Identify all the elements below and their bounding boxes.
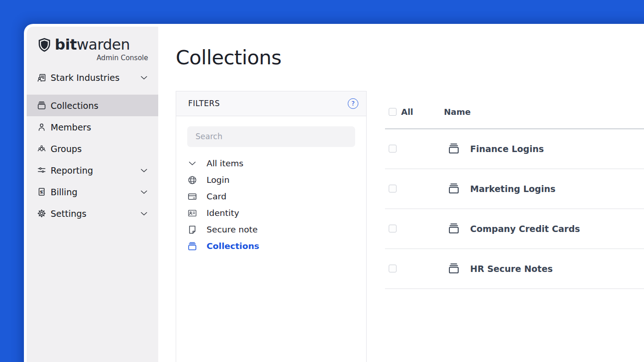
note-icon — [187, 225, 197, 235]
table-row[interactable]: Marketing Logins — [385, 169, 644, 209]
organization-icon — [37, 73, 46, 83]
sidebar-item-groups[interactable]: Groups — [27, 138, 158, 159]
filter-item-label: Secure note — [207, 225, 258, 234]
filters-title: FILTERS — [188, 99, 220, 108]
search-input[interactable] — [187, 126, 355, 147]
sidebar-item-settings[interactable]: Settings — [27, 203, 158, 224]
filter-item-identity[interactable]: Identity — [187, 205, 355, 221]
collection-name-link[interactable]: Marketing Logins — [470, 184, 556, 194]
logo-subtitle: Admin Console — [37, 54, 148, 62]
collection-icon — [448, 222, 460, 235]
filter-item-label: Collections — [207, 241, 259, 251]
filter-list: All items Login — [187, 155, 355, 255]
sidebar-item-collections[interactable]: Collections — [27, 95, 158, 116]
main-content: Collections FILTERS ? All items — [158, 24, 644, 362]
sliders-icon — [37, 165, 46, 175]
collection-icon — [37, 101, 46, 110]
filter-item-label: Identity — [207, 208, 239, 218]
sidebar: bitwarden Admin Console Stark Industries — [27, 27, 158, 362]
chevron-down-icon — [139, 209, 149, 219]
collection-name-link[interactable]: Company Credit Cards — [470, 224, 580, 234]
globe-icon — [187, 175, 197, 185]
row-checkbox[interactable] — [389, 265, 397, 272]
identity-icon — [187, 208, 197, 218]
row-checkbox[interactable] — [389, 145, 397, 153]
sidebar-item-reporting[interactable]: Reporting — [27, 159, 158, 181]
organization-switcher[interactable]: Stark Industries — [27, 68, 158, 87]
select-all-checkbox[interactable] — [389, 108, 397, 116]
filters-header: FILTERS ? — [176, 91, 366, 116]
filter-item-secure-note[interactable]: Secure note — [187, 221, 355, 238]
table-row[interactable]: Finance Logins — [385, 129, 644, 169]
select-all-label: All — [401, 107, 413, 117]
row-checkbox[interactable] — [389, 225, 397, 232]
row-checkbox[interactable] — [389, 185, 397, 192]
sidebar-item-label: Reporting — [51, 165, 93, 175]
sidebar-item-label: Collections — [51, 101, 98, 111]
sidebar-item-label: Settings — [51, 209, 86, 219]
gear-icon — [37, 209, 46, 218]
svg-text:$: $ — [40, 189, 43, 194]
app-window: bitwarden Admin Console Stark Industries — [24, 24, 644, 362]
billing-icon: $ — [37, 187, 46, 197]
sidebar-item-label: Members — [51, 122, 91, 132]
sidebar-item-members[interactable]: Members — [27, 116, 158, 138]
help-icon[interactable]: ? — [348, 98, 358, 109]
filter-item-label: All items — [207, 158, 243, 168]
shield-logo-icon — [37, 37, 52, 52]
chevron-down-icon — [139, 73, 149, 83]
table-row[interactable]: HR Secure Notes — [385, 249, 644, 289]
collection-icon — [448, 262, 460, 275]
name-column-header: Name — [444, 107, 471, 117]
chevron-down-icon — [139, 165, 149, 175]
collection-name-link[interactable]: Finance Logins — [470, 144, 544, 154]
bitwarden-logo: bitwarden Admin Console — [27, 27, 158, 62]
collection-icon — [448, 142, 460, 155]
filters-panel: FILTERS ? All items — [176, 91, 367, 362]
logo-wordmark: bitwarden — [55, 36, 130, 53]
sidebar-item-label: Billing — [51, 187, 77, 197]
table-row[interactable]: Company Credit Cards — [385, 209, 644, 249]
collection-icon — [448, 182, 460, 195]
organization-name: Stark Industries — [51, 73, 120, 83]
card-icon — [187, 192, 197, 202]
filter-item-card[interactable]: Card — [187, 188, 355, 205]
collections-table: All Name Finance Logins Marke — [385, 96, 644, 362]
sidebar-nav: Collections Members — [27, 95, 158, 224]
sidebar-item-billing[interactable]: $ Billing — [27, 181, 158, 203]
page-title: Collections — [176, 24, 644, 70]
filter-item-login[interactable]: Login — [187, 172, 355, 188]
sidebar-item-label: Groups — [51, 144, 82, 154]
user-icon — [37, 122, 46, 132]
chevron-down-icon — [187, 158, 197, 169]
collection-name-link[interactable]: HR Secure Notes — [470, 264, 553, 274]
chevron-down-icon — [139, 187, 149, 197]
filter-item-collections[interactable]: Collections — [187, 238, 355, 255]
users-icon — [37, 144, 46, 153]
collection-icon — [187, 241, 197, 251]
filter-item-label: Card — [207, 192, 226, 201]
filter-item-label: Login — [207, 175, 230, 185]
table-header-row: All Name — [385, 96, 644, 129]
filter-item-all-items[interactable]: All items — [187, 155, 355, 172]
